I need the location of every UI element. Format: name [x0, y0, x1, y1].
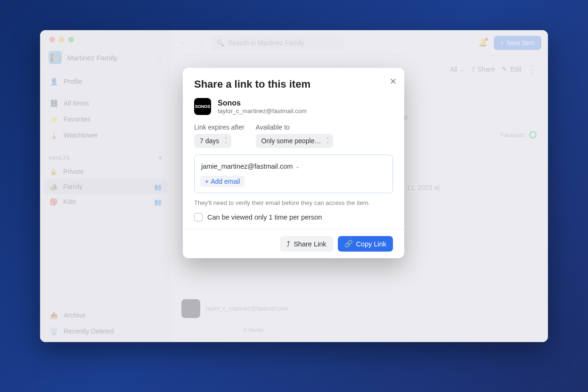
modal-item: SONOS Sonos taylor_c_martinez@fastmail.c… — [194, 98, 393, 115]
verify-note: They'll need to verify their email befor… — [194, 199, 393, 207]
available-label: Available to — [256, 123, 334, 131]
add-email-button[interactable]: +Add email — [200, 176, 245, 187]
available-dropdown[interactable]: Only some people… — [256, 134, 334, 148]
chevron-down-icon: ⌄ — [295, 163, 300, 170]
modal-footer: ⤴Share Link 🔗Copy Link — [183, 229, 404, 258]
share-icon: ⤴ — [286, 240, 290, 248]
share-modal: Share a link to this item ✕ SONOS Sonos … — [183, 68, 404, 258]
item-icon: SONOS — [194, 98, 211, 115]
view-once-checkbox[interactable] — [194, 213, 203, 221]
share-options: Link expires after 7 days Available to O… — [194, 123, 393, 148]
expires-label: Link expires after — [194, 123, 245, 131]
modal-item-name: Sonos — [218, 99, 307, 107]
plus-icon: + — [205, 178, 209, 185]
modal-title: Share a link to this item — [194, 78, 393, 90]
modal-item-sub: taylor_c_martinez@fastmail.com — [218, 107, 307, 114]
email-chip[interactable]: jamie_martinez@fastmail.com⌄ — [200, 161, 301, 172]
expires-dropdown[interactable]: 7 days — [194, 134, 231, 148]
close-button[interactable]: ✕ — [390, 76, 397, 87]
view-once-row[interactable]: Can be viewed only 1 time per person — [194, 213, 393, 221]
link-icon: 🔗 — [344, 240, 353, 248]
copy-link-button[interactable]: 🔗Copy Link — [338, 236, 393, 252]
email-recipients: jamie_martinez@fastmail.com⌄ +Add email — [194, 155, 393, 193]
share-link-button[interactable]: ⤴Share Link — [280, 236, 333, 252]
